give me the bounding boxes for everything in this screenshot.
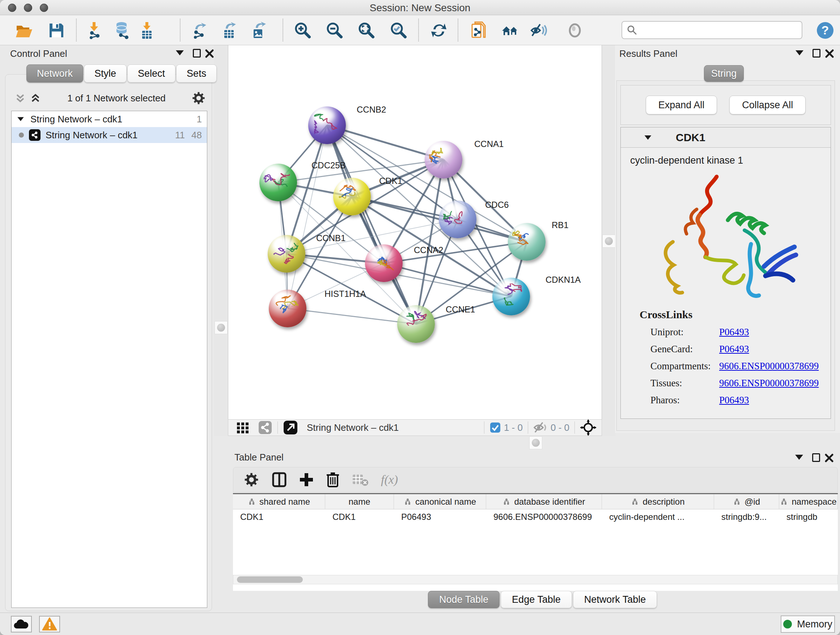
column-header-database-identifier[interactable]: database identifier	[486, 494, 602, 509]
cloud-button[interactable]	[11, 616, 32, 632]
table-cell[interactable]: stringdb:9...	[714, 509, 779, 524]
column-header-description[interactable]: description	[602, 494, 714, 509]
open-in-window-icon[interactable]	[283, 420, 298, 435]
expand-all-icon[interactable]	[29, 92, 42, 104]
share-document-button[interactable]	[468, 20, 488, 41]
collapse-all-button[interactable]: Collapse All	[729, 96, 806, 114]
open-session-button[interactable]	[14, 20, 34, 41]
import-table-button[interactable]	[137, 20, 157, 41]
network-node[interactable]	[397, 305, 435, 343]
import-database-button[interactable]	[112, 20, 132, 41]
results-panel-close-icon[interactable]	[825, 49, 834, 58]
network-collection-row[interactable]: String Network – cdk1 1	[11, 111, 207, 127]
network-node[interactable]	[333, 178, 371, 215]
left-splitter[interactable]	[214, 45, 228, 436]
add-column-icon[interactable]	[299, 472, 314, 487]
zoom-in-button[interactable]	[293, 20, 313, 41]
table-cell[interactable]: stringdb	[779, 509, 838, 524]
delete-table-icon[interactable]	[352, 473, 369, 486]
search-field[interactable]	[622, 21, 802, 39]
crosslink-link[interactable]: 9606.ENSP00000378699	[719, 361, 819, 372]
column-header-shared-name[interactable]: shared name	[233, 494, 325, 509]
crosslink-link[interactable]: P06493	[719, 326, 749, 338]
export-image-button[interactable]	[248, 20, 268, 41]
tab-network-table[interactable]: Network Table	[573, 591, 657, 608]
warning-button[interactable]	[39, 616, 60, 632]
network-edge[interactable]	[287, 309, 416, 324]
network-node[interactable]	[439, 201, 477, 238]
export-network-button[interactable]	[189, 20, 210, 41]
network-node[interactable]	[269, 290, 306, 327]
tab-string[interactable]: String	[704, 65, 744, 82]
column-header-namespace[interactable]: namespace	[779, 494, 838, 509]
tab-network[interactable]: Network	[27, 65, 83, 82]
results-panel-menu-icon[interactable]	[796, 50, 804, 55]
zoom-fit-button[interactable]	[356, 20, 377, 41]
tab-edge-table[interactable]: Edge Table	[501, 591, 572, 608]
crosslink-link[interactable]: 9606.ENSP00000378699	[719, 378, 819, 389]
delete-column-icon[interactable]	[326, 471, 340, 488]
crosslink-link[interactable]: P06493	[719, 344, 749, 355]
refresh-button[interactable]	[429, 20, 449, 41]
tab-style[interactable]: Style	[84, 65, 126, 82]
save-session-button[interactable]	[46, 20, 66, 41]
selected-checkbox-icon[interactable]	[489, 422, 501, 433]
options-gear-icon[interactable]	[191, 91, 206, 105]
show-columns-icon[interactable]	[272, 472, 287, 488]
control-panel-float-icon[interactable]	[193, 49, 201, 57]
hidden-eye-icon[interactable]	[533, 421, 548, 434]
table-options-gear-icon[interactable]	[243, 472, 259, 488]
control-panel-menu-icon[interactable]	[176, 50, 184, 55]
network-node[interactable]	[308, 106, 346, 144]
gene-collapse-icon[interactable]	[645, 135, 652, 140]
network-node[interactable]	[365, 244, 403, 282]
export-table-button[interactable]	[219, 20, 239, 41]
table-panel-close-icon[interactable]	[824, 453, 834, 463]
column-header--id[interactable]: @id	[714, 494, 779, 509]
gene-header-row[interactable]: CDK1	[621, 127, 831, 148]
left-splitter-handle[interactable]	[215, 321, 227, 334]
table-cell[interactable]: CDK1	[233, 509, 325, 524]
table-cell[interactable]: P06493	[394, 509, 486, 524]
search-input[interactable]	[638, 25, 789, 35]
preview-eye-button[interactable]	[565, 20, 585, 41]
tab-node-table[interactable]: Node Table	[428, 591, 500, 608]
network-node[interactable]	[259, 164, 297, 201]
control-panel-close-icon[interactable]	[205, 49, 214, 58]
grid-view-icon[interactable]	[235, 420, 250, 435]
collection-expand-icon[interactable]	[17, 117, 24, 121]
birds-eye-icon[interactable]	[580, 419, 597, 436]
collapse-all-icon[interactable]	[14, 92, 27, 104]
scrollbar-thumb[interactable]	[237, 576, 303, 583]
crosslink-link[interactable]: P06493	[719, 394, 749, 406]
tab-select[interactable]: Select	[127, 65, 175, 82]
bottom-splitter-handle[interactable]	[529, 436, 542, 449]
function-builder-icon[interactable]: f(x)	[381, 473, 398, 486]
results-panel-float-icon[interactable]	[813, 49, 821, 57]
right-splitter-handle[interactable]	[602, 234, 615, 248]
table-horizontal-scrollbar[interactable]	[233, 575, 838, 584]
string-home-button[interactable]	[500, 20, 520, 41]
table-cell[interactable]: CDK1	[325, 509, 394, 524]
network-node[interactable]	[268, 235, 305, 272]
right-splitter[interactable]	[602, 45, 616, 436]
network-node[interactable]	[493, 278, 530, 315]
expand-all-button[interactable]: Expand All	[646, 96, 717, 114]
table-cell[interactable]: cyclin-dependent ...	[602, 509, 714, 524]
import-network-button[interactable]	[84, 20, 104, 41]
table-panel-float-icon[interactable]	[812, 453, 820, 462]
network-edge[interactable]	[287, 125, 327, 309]
table-cell[interactable]: 9606.ENSP00000378699	[486, 509, 602, 524]
network-row[interactable]: String Network – cdk1 11 48	[11, 127, 207, 143]
table-row[interactable]: CDK1CDK1P064939606.ENSP00000378699cyclin…	[233, 509, 838, 524]
memory-button[interactable]: Memory	[781, 616, 835, 633]
tab-sets[interactable]: Sets	[176, 65, 217, 82]
network-canvas[interactable]: CCNB2CCNA1CDC25BCDK1CDC6RB1CCNB1CCNA2CDK…	[228, 45, 602, 419]
table-panel-menu-icon[interactable]	[795, 455, 803, 460]
network-node[interactable]	[508, 223, 546, 261]
column-header-name[interactable]: name	[325, 494, 394, 509]
zoom-selected-button[interactable]	[388, 20, 409, 41]
hide-unhide-button[interactable]	[529, 20, 549, 41]
column-header-canonical-name[interactable]: canonical name	[394, 494, 486, 509]
help-button[interactable]: ?	[815, 20, 835, 41]
